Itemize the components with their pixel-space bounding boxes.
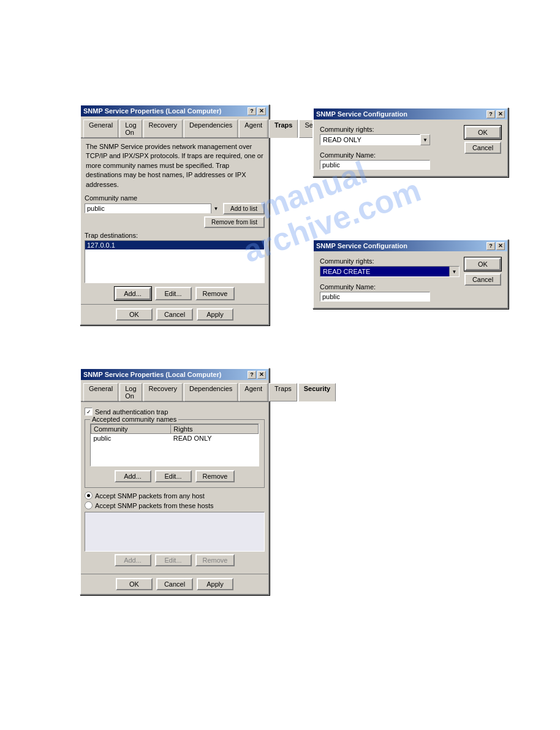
dialog2-help-btn[interactable]: ? [486, 110, 495, 118]
dialog4-cancel-button[interactable]: Cancel [156, 578, 193, 590]
dialog3-name-input[interactable] [320, 292, 430, 302]
dialog2-content: Community rights: READ ONLY ▼ Community … [314, 120, 507, 176]
dialog3-close-btn[interactable]: ✕ [496, 242, 505, 250]
community-col-header: Community [91, 425, 171, 434]
tab-traps[interactable]: Traps [269, 120, 298, 138]
dialog4-tab-strip: General Log On Recovery Dependencies Age… [81, 380, 268, 402]
d4-tab-logon[interactable]: Log On [119, 383, 142, 401]
trap-remove-button[interactable]: Remove [195, 287, 235, 300]
dialog2-rights-label: Community rights: [320, 126, 460, 133]
dialog1-help-btn[interactable]: ? [248, 107, 256, 115]
dialog4-close-btn[interactable]: ✕ [257, 371, 266, 379]
tab-logon[interactable]: Log On [119, 120, 142, 138]
dialog2-form: Community rights: READ ONLY ▼ Community … [320, 126, 460, 170]
dialog3-ok-button[interactable]: OK [464, 257, 501, 271]
dialog1-cancel-button[interactable]: Cancel [156, 308, 193, 321]
dialog2-titlebar: SNMP Service Configuration ? ✕ [314, 108, 507, 120]
send-auth-trap-row: ✓ Send authentication trap [85, 408, 265, 416]
community-remove-button[interactable]: Remove [195, 470, 235, 482]
dialog4-apply-button[interactable]: Apply [197, 578, 233, 590]
dialog2-rights-dropdown[interactable]: READ ONLY ▼ [320, 134, 430, 145]
accept-these-label: Accept SNMP packets from these hosts [95, 502, 214, 509]
trap-add-button[interactable]: Add... [115, 287, 151, 300]
tab-dependencies[interactable]: Dependencies [184, 120, 238, 138]
dialog1-close-btn[interactable]: ✕ [257, 107, 266, 115]
dialog3-content: Community rights: READ CREATE ▼ Communit… [314, 251, 507, 308]
accepted-community-group: Accepted community names Community Right… [85, 419, 265, 488]
accept-these-row: Accept SNMP packets from these hosts [85, 501, 265, 509]
dialog2-main-row: Community rights: READ ONLY ▼ Community … [320, 126, 501, 170]
community-listbox[interactable]: Community Rights public READ ONLY [90, 424, 259, 466]
dialog4-content: ✓ Send authentication trap Accepted comm… [81, 402, 268, 574]
dialog3-main-row: Community rights: READ CREATE ▼ Communit… [320, 257, 501, 302]
dialog1-titlebar: SNMP Service Properties (Local Computer)… [81, 105, 268, 116]
hosts-add-button[interactable]: Add... [115, 554, 151, 566]
tab-recovery[interactable]: Recovery [143, 120, 183, 138]
dialog3-help-btn[interactable]: ? [486, 242, 495, 250]
dialog2-name-label: Community Name: [320, 151, 460, 159]
dialog3-cancel-button[interactable]: Cancel [464, 273, 501, 286]
dialog1-ok-button[interactable]: OK [116, 308, 153, 321]
dialog3-title-buttons: ? ✕ [486, 242, 505, 250]
trap-ip-item[interactable]: 127.0.0.1 [85, 241, 264, 249]
accept-any-row: Accept SNMP packets from any host [85, 492, 265, 500]
trap-edit-button[interactable]: Edit... [155, 287, 192, 300]
add-to-list-button[interactable]: Add to list [223, 203, 265, 215]
dialog2-rights-arrow[interactable]: ▼ [420, 134, 430, 145]
community-table: Community Rights public READ ONLY [91, 424, 259, 443]
dialog2-name-input[interactable] [320, 160, 430, 170]
dialog4-title-buttons: ? ✕ [248, 371, 266, 379]
community-buttons: Add... Edit... Remove [90, 470, 259, 482]
d4-tab-dependencies[interactable]: Dependencies [184, 383, 238, 401]
hosts-remove-button[interactable]: Remove [195, 554, 235, 566]
dialog3-buttons: OK Cancel [464, 257, 501, 286]
d4-tab-general[interactable]: General [83, 383, 118, 401]
send-auth-trap-checkbox[interactable]: ✓ [85, 408, 93, 416]
community-add-button[interactable]: Add... [115, 470, 151, 482]
accept-these-radio[interactable] [85, 501, 93, 509]
accepted-community-label: Accepted community names [90, 416, 178, 423]
community-name-input[interactable] [85, 203, 221, 213]
snmp-properties-dialog-traps: SNMP Service Properties (Local Computer)… [80, 104, 270, 325]
d4-tab-recovery[interactable]: Recovery [143, 383, 183, 401]
dialog4-footer: OK Cancel Apply [81, 574, 268, 594]
community-edit-button[interactable]: Edit... [155, 470, 192, 482]
hosts-listbox[interactable] [85, 512, 265, 552]
community-name-section: Community name ▼ Add to list Remove from… [85, 194, 265, 228]
d4-tab-security[interactable]: Security [298, 383, 336, 401]
tab-general[interactable]: General [83, 120, 118, 138]
accept-any-radio[interactable] [85, 492, 93, 500]
dialog4-ok-button[interactable]: OK [116, 578, 153, 590]
remove-from-list-button[interactable]: Remove from list [204, 216, 265, 228]
dialog4-titlebar: SNMP Service Properties (Local Computer)… [81, 369, 268, 380]
community-dropdown-arrow[interactable]: ▼ [211, 203, 221, 213]
tab-agent[interactable]: Agent [239, 120, 268, 138]
dialog1-apply-button[interactable]: Apply [197, 308, 233, 321]
dialog1-content: The SNMP Service provides network manage… [81, 139, 268, 304]
d4-tab-agent[interactable]: Agent [239, 383, 268, 401]
dialog3-form: Community rights: READ CREATE ▼ Communit… [320, 257, 460, 302]
dialog3-name-label: Community Name: [320, 283, 460, 291]
dialog1-footer: OK Cancel Apply [81, 304, 268, 324]
community-cell: public [91, 434, 171, 443]
accept-packets-section: Accept SNMP packets from any host Accept… [85, 492, 265, 566]
dialog1-title: SNMP Service Properties (Local Computer) [83, 107, 248, 115]
dialog4-help-btn[interactable]: ? [248, 371, 256, 379]
dialog2-close-btn[interactable]: ✕ [496, 110, 505, 118]
hosts-edit-button[interactable]: Edit... [155, 554, 192, 566]
dialog1-title-buttons: ? ✕ [248, 107, 266, 115]
dialog1-description: The SNMP Service provides network manage… [85, 142, 265, 189]
dialog3-rights-label: Community rights: [320, 257, 460, 265]
trap-destinations-listbox[interactable]: 127.0.0.1 [85, 240, 265, 283]
d4-tab-traps[interactable]: Traps [269, 383, 297, 401]
dialog1-tab-strip: General Log On Recovery Dependencies Age… [81, 116, 268, 139]
dialog3-rights-arrow[interactable]: ▼ [449, 267, 459, 276]
dialog2-ok-button[interactable]: OK [464, 126, 501, 139]
community-name-label: Community name [85, 194, 265, 202]
dialog3-rights-dropdown[interactable]: READ CREATE ▼ [320, 266, 460, 277]
dialog2-rights-value: READ ONLY [320, 134, 420, 145]
trap-destinations-label: Trap destinations: [85, 232, 265, 239]
dialog3-rights-value: READ CREATE [320, 267, 449, 276]
send-auth-trap-label: Send authentication trap [95, 408, 168, 416]
dialog2-cancel-button[interactable]: Cancel [464, 142, 501, 154]
